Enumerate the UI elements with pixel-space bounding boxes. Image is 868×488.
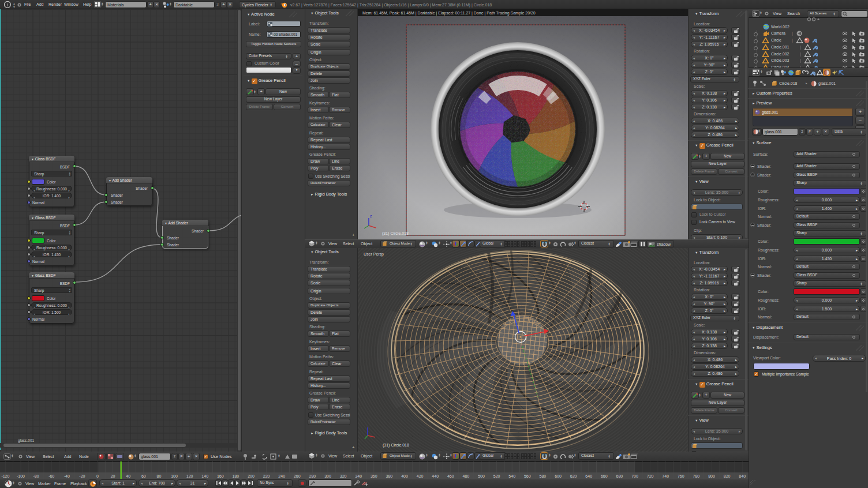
svg-text:840: 840: [739, 474, 746, 478]
svg-text:120: 120: [186, 474, 193, 478]
svg-text:440: 440: [432, 474, 439, 478]
svg-text:-100: -100: [17, 474, 25, 478]
svg-text:0: 0: [96, 474, 99, 478]
svg-text:760: 760: [678, 474, 684, 478]
svg-text:640: 640: [585, 474, 592, 478]
svg-text:600: 600: [555, 474, 562, 478]
svg-text:180: 180: [233, 474, 240, 478]
svg-text:620: 620: [570, 474, 577, 478]
svg-text:420: 420: [417, 474, 424, 478]
svg-text:720: 720: [647, 474, 654, 478]
svg-text:40: 40: [126, 474, 130, 478]
svg-text:200: 200: [248, 474, 255, 478]
svg-text:340: 340: [355, 474, 362, 478]
svg-text:700: 700: [631, 474, 638, 478]
svg-text:240: 240: [278, 474, 285, 478]
svg-text:540: 540: [508, 474, 515, 478]
svg-text:280: 280: [309, 474, 316, 478]
svg-text:20: 20: [111, 474, 115, 478]
svg-text:820: 820: [724, 474, 731, 478]
svg-text:780: 780: [693, 474, 700, 478]
svg-text:400: 400: [401, 474, 408, 478]
svg-text:740: 740: [662, 474, 669, 478]
svg-text:480: 480: [463, 474, 470, 478]
svg-text:-60: -60: [48, 474, 54, 478]
svg-text:160: 160: [217, 474, 224, 478]
svg-text:360: 360: [371, 474, 377, 478]
svg-text:580: 580: [540, 474, 547, 478]
svg-text:560: 560: [524, 474, 531, 478]
svg-text:100: 100: [171, 474, 178, 478]
svg-text:800: 800: [708, 474, 715, 478]
svg-text:220: 220: [263, 474, 270, 478]
svg-text:320: 320: [340, 474, 347, 478]
svg-text:60: 60: [141, 474, 146, 478]
svg-text:660: 660: [601, 474, 608, 478]
svg-text:-80: -80: [33, 474, 39, 478]
svg-text:(31) Circle.018: (31) Circle.018: [383, 443, 409, 448]
svg-text:500: 500: [478, 474, 485, 478]
svg-text:-120: -120: [1, 474, 9, 478]
svg-text:80: 80: [157, 474, 162, 478]
svg-text:300: 300: [324, 474, 331, 478]
svg-text:User Persp: User Persp: [364, 252, 384, 257]
svg-text:380: 380: [386, 474, 393, 478]
svg-text:460: 460: [447, 474, 454, 478]
svg-text:520: 520: [493, 474, 500, 478]
svg-text:260: 260: [294, 474, 301, 478]
svg-text:-20: -20: [79, 474, 85, 478]
svg-text:140: 140: [201, 474, 208, 478]
svg-text:680: 680: [616, 474, 623, 478]
svg-text:-40: -40: [64, 474, 70, 478]
